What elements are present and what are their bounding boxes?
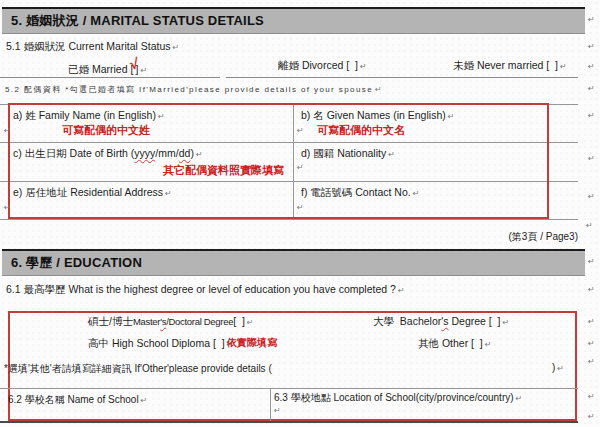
pilcrow-icon: ↵ [413, 189, 420, 198]
master-post-text: /Doctoral Degree [166, 316, 233, 327]
pilcrow-icon: ↵ [247, 318, 254, 327]
q51-label: 5.1 婚姻狀況 Current Marital Status↵ [6, 40, 179, 54]
pilcrow-icon: ↵ [588, 340, 595, 348]
pilcrow-icon: ↵ [516, 394, 523, 403]
dob-mid-text: /mm/ [155, 147, 178, 159]
checkbox-bachelor[interactable]: 大學 Bachelor's Degree [ ]↵ [373, 315, 509, 329]
pilcrow-icon: ↵ [588, 63, 595, 71]
pilcrow-icon: ↵ [388, 150, 395, 159]
residential-address-text: e) 居住地址 Residential Address [13, 186, 163, 198]
pilcrow-icon: ↵ [588, 16, 595, 24]
pilcrow-icon: ↵ [588, 85, 595, 93]
fill-as-actual-annotation: 依實際填寫 [227, 336, 277, 350]
pilcrow-icon: ↵ [503, 318, 510, 327]
dob-yyyy-text: yyyy [134, 147, 155, 159]
school-name-field[interactable] [8, 405, 266, 419]
other-details-note: *選填'其他'者請填寫詳細資訊 If'Other'please provide … [4, 362, 272, 376]
spouse-center-annotation: 其它配偶資料照實際填寫 [163, 163, 284, 178]
school-name-text: 6.2 學校名稱 Name of School [8, 394, 139, 405]
pilcrow-icon: ↵ [588, 112, 595, 120]
empty-checkbox: [ ] [471, 337, 483, 349]
pilcrow-icon: ↵ [588, 43, 595, 51]
section6-header-bar: 6. 學歷 / EDUCATION [2, 249, 585, 276]
table-bottom-line [0, 421, 578, 423]
school-location-text: 6.3 學校地點 Location of School(city/provinc… [274, 392, 514, 403]
table-border-line [0, 388, 578, 389]
pilcrow-icon: ↵ [588, 413, 595, 421]
checkbox-married[interactable]: 已婚 Married [√]↵ [68, 59, 147, 77]
nationality-text: d) 國籍 Nationality [301, 147, 386, 159]
table-column-divider [270, 388, 271, 421]
empty-checkbox: [ ] [346, 59, 358, 71]
given-names-field[interactable] [298, 122, 543, 140]
pilcrow-icon: ↵ [588, 286, 595, 294]
pilcrow-icon: ↵ [557, 364, 564, 373]
field-given-names-label: b) 名 Given Names (in English)↵ [301, 109, 454, 123]
pilcrow-icon: ↵ [141, 66, 148, 75]
field-date-of-birth-label: c) 出生日期 Date of Birth (yyyy/mm/dd)↵ [13, 147, 203, 161]
pilcrow-icon: ↵ [173, 43, 180, 52]
bachelor-post-text: Degree [449, 315, 486, 327]
table-border-line [0, 219, 578, 220]
married-label: 已婚 Married [68, 63, 128, 75]
pilcrow-icon: ↵ [360, 62, 367, 71]
pilcrow-icon: ↵ [448, 112, 455, 121]
pilcrow-icon: ↵ [141, 396, 148, 405]
family-name-field[interactable] [10, 122, 290, 140]
never-married-label: 未婚 Never married [453, 59, 543, 71]
other-details-close-paren: )↵ [552, 362, 564, 373]
high-school-label: 高中 High School Diploma [88, 337, 210, 349]
nationality-field[interactable] [298, 160, 543, 178]
pilcrow-icon: ↵ [588, 155, 595, 163]
checkbox-never-married[interactable]: 未婚 Never married [ ]↵ [453, 59, 567, 73]
marital-row-divider [226, 77, 578, 78]
empty-checkbox: [ ] [546, 59, 558, 71]
pilcrow-icon: ↵ [588, 258, 595, 266]
dob-post-text: ) [190, 147, 194, 159]
bachelor-pre-text: Bachelor [400, 315, 441, 327]
q61-text: 6.1 最高學歷 What is the highest degree or l… [6, 283, 396, 295]
q63-label: 6.3 學校地點 Location of School(city/provinc… [274, 391, 522, 405]
pilcrow-icon: ↵ [196, 150, 203, 159]
pilcrow-icon: ↵ [588, 318, 595, 326]
contact-no-text: f) 電話號碼 Contact No. [301, 186, 411, 198]
bachelor-zh-label: 大學 [373, 315, 394, 327]
checkbox-other[interactable]: 其他 Other [ ]↵ [418, 337, 491, 351]
empty-checkbox: [ ] [489, 315, 501, 327]
other-details-blank[interactable] [255, 360, 550, 375]
checkbox-master-doctoral[interactable]: 碩士/博士Master's/Doctoral Degree[ ]↵ [88, 315, 254, 329]
paren-close-text: ) [552, 362, 555, 373]
family-name-text: a) 姓 Family Name (in English) [13, 109, 156, 121]
page-number: (第3頁 / Page3) [0, 230, 578, 244]
master-zh-label: 碩士/博士 [88, 315, 133, 327]
given-names-text: b) 名 Given Names (in English) [301, 109, 446, 121]
other-label: 其他 Other [418, 337, 468, 349]
section5-title: 5. 婚姻狀況 / MARITAL STATUS DETAILS [11, 12, 264, 30]
school-location-field[interactable] [274, 405, 570, 419]
checkbox-high-school[interactable]: 高中 High School Diploma [ ]↵ [88, 337, 233, 351]
checkbox-divorced[interactable]: 離婚 Divorced [ ]↵ [278, 59, 367, 73]
q61-label: 6.1 最高學歷 What is the highest degree or l… [6, 283, 405, 297]
marital-row-divider [0, 77, 220, 78]
residential-address-field[interactable] [10, 198, 290, 216]
divorced-label: 離婚 Divorced [278, 59, 343, 71]
section5-header-bar: 5. 婚姻狀況 / MARITAL STATUS DETAILS [2, 7, 585, 34]
pilcrow-icon: ↵ [588, 393, 595, 401]
q52-text: 5.2 配偶資料 *勾選已婚者填寫 If'Married'please prov… [5, 85, 373, 94]
form-page: 5. 婚姻狀況 / MARITAL STATUS DETAILS ↵ 5.1 婚… [0, 0, 600, 427]
field-family-name-label: a) 姓 Family Name (in English)↵ [13, 109, 165, 123]
section6-title: 6. 學歷 / EDUCATION [11, 254, 142, 272]
q52-label: 5.2 配偶資料 *勾選已婚者填寫 If'Married'please prov… [5, 84, 383, 95]
spellcheck-underline: 's [441, 315, 448, 327]
bachelor-en-label: Bachelor's Degree [400, 315, 486, 327]
empty-checkbox: [ ] [233, 315, 245, 327]
contact-no-field[interactable] [298, 198, 543, 216]
master-en-label: Master's/Doctoral Degree [133, 316, 233, 327]
pilcrow-icon: ↵ [588, 358, 595, 366]
dob-dd-text: dd [179, 147, 191, 159]
pilcrow-icon: ↵ [588, 193, 595, 201]
q51-text: 5.1 婚姻狀況 Current Marital Status [6, 40, 171, 52]
pilcrow-icon: ↵ [165, 189, 172, 198]
field-nationality-label: d) 國籍 Nationality↵ [301, 147, 395, 161]
master-pre-text: Master [133, 316, 160, 327]
